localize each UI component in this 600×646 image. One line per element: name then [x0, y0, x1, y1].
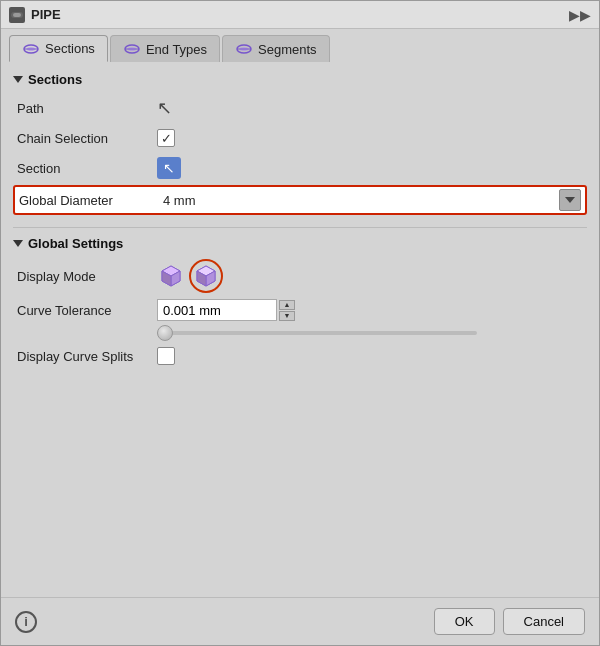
section-divider: [13, 227, 587, 228]
info-icon: i: [24, 614, 28, 629]
checkmark-icon: ✓: [161, 132, 172, 145]
pipe-icon: [9, 7, 25, 23]
end-types-tab-icon: [123, 42, 141, 56]
content-area: Sections Path ↖ Chain Selection ✓: [1, 62, 599, 597]
tolerance-spin-down[interactable]: ▼: [279, 311, 295, 321]
section-arrow-icon: ↖: [163, 160, 175, 176]
display-mode-label: Display Mode: [17, 269, 157, 284]
sections-collapse-icon[interactable]: [13, 76, 23, 83]
chain-selection-control: ✓: [157, 129, 583, 147]
tab-sections[interactable]: Sections: [9, 35, 108, 62]
curve-tolerance-control: ▲ ▼: [157, 299, 583, 321]
tab-end-types[interactable]: End Types: [110, 35, 220, 62]
section-label: Section: [17, 161, 157, 176]
path-control: ↖: [157, 99, 583, 117]
tab-segments-label: Segments: [258, 42, 317, 57]
path-cursor-icon[interactable]: ↖: [157, 99, 172, 117]
global-diameter-value: 4 mm: [159, 191, 559, 210]
tab-bar: Sections End Types Segments: [1, 29, 599, 62]
svg-marker-11: [565, 197, 575, 203]
global-diameter-label: Global Diameter: [19, 193, 159, 208]
chain-selection-label: Chain Selection: [17, 131, 157, 146]
window-title: PIPE: [31, 7, 563, 22]
sections-tab-icon: [22, 42, 40, 56]
section-row: Section ↖: [13, 155, 587, 181]
tolerance-spin-buttons: ▲ ▼: [279, 300, 295, 321]
display-curve-splits-checkbox[interactable]: [157, 347, 175, 365]
footer-buttons: OK Cancel: [434, 608, 585, 635]
tab-sections-label: Sections: [45, 41, 95, 56]
global-settings-header-label: Global Settings: [28, 236, 123, 251]
display-curve-splits-label: Display Curve Splits: [17, 349, 157, 364]
sections-header-label: Sections: [28, 72, 82, 87]
path-label: Path: [17, 101, 157, 116]
chain-selection-row: Chain Selection ✓: [13, 125, 587, 151]
tab-segments[interactable]: Segments: [222, 35, 330, 62]
display-curve-splits-control: [157, 347, 583, 365]
curve-tolerance-row: Curve Tolerance ▲ ▼: [13, 297, 587, 323]
forward-arrows: ▶▶: [569, 7, 591, 23]
display-mode-shaded-btn[interactable]: [189, 259, 223, 293]
sections-header: Sections: [13, 72, 587, 87]
global-settings-header: Global Settings: [13, 236, 587, 251]
title-bar: PIPE ▶▶: [1, 1, 599, 29]
footer: i OK Cancel: [1, 597, 599, 645]
tolerance-input-wrap: ▲ ▼: [157, 299, 295, 321]
global-diameter-dropdown-btn[interactable]: [559, 189, 581, 211]
tolerance-slider-track[interactable]: [157, 331, 477, 335]
display-mode-control: [157, 259, 583, 293]
curve-tolerance-label: Curve Tolerance: [17, 303, 157, 318]
tab-end-types-label: End Types: [146, 42, 207, 57]
global-settings-collapse-icon[interactable]: [13, 240, 23, 247]
ok-button[interactable]: OK: [434, 608, 495, 635]
main-window: PIPE ▶▶ Sections End Types: [0, 0, 600, 646]
cancel-button[interactable]: Cancel: [503, 608, 585, 635]
tolerance-slider-row: [13, 327, 587, 339]
section-control: ↖: [157, 157, 583, 179]
global-settings-group: Global Settings Display Mode: [13, 236, 587, 369]
section-button[interactable]: ↖: [157, 157, 181, 179]
segments-tab-icon: [235, 42, 253, 56]
svg-rect-1: [13, 13, 21, 17]
curve-tolerance-input[interactable]: [157, 299, 277, 321]
tolerance-slider-thumb[interactable]: [157, 325, 173, 341]
info-button[interactable]: i: [15, 611, 37, 633]
display-mode-row: Display Mode: [13, 259, 587, 293]
chain-selection-checkbox[interactable]: ✓: [157, 129, 175, 147]
global-diameter-row: Global Diameter 4 mm: [13, 185, 587, 215]
display-mode-wireframe-btn[interactable]: [157, 262, 185, 290]
sections-group: Sections Path ↖ Chain Selection ✓: [13, 72, 587, 215]
display-mode-icons: [157, 259, 223, 293]
global-diameter-control: 4 mm: [159, 189, 581, 211]
path-row: Path ↖: [13, 95, 587, 121]
display-curve-splits-row: Display Curve Splits: [13, 343, 587, 369]
tolerance-spin-up[interactable]: ▲: [279, 300, 295, 310]
